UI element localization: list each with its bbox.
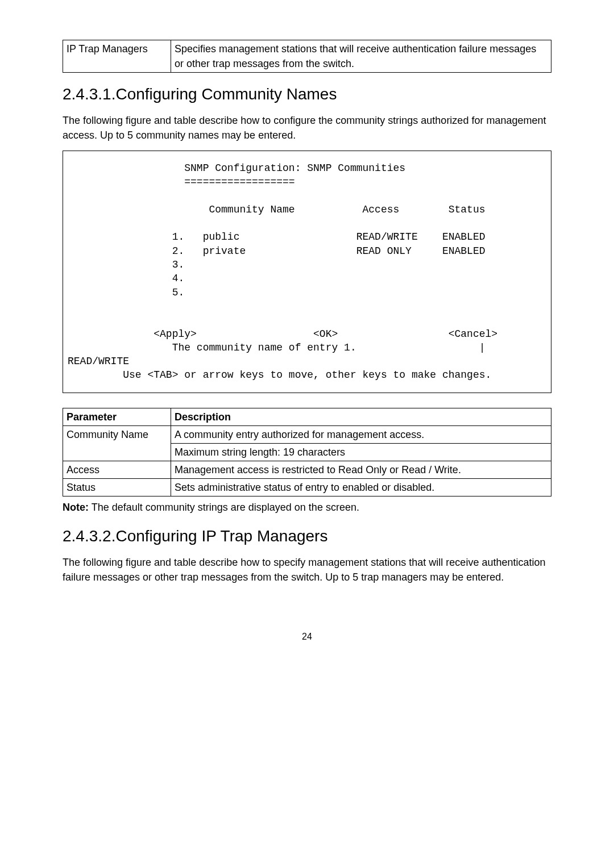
header-description: Description (171, 408, 551, 425)
section-intro-paragraph: The following figure and table describe … (63, 113, 551, 143)
console-output-text: SNMP Configuration: SNMP Communities ===… (68, 161, 546, 382)
header-parameter: Parameter (63, 408, 171, 425)
table-header-row: Parameter Description (63, 408, 551, 425)
parameter-table: Parameter Description Community Name A c… (63, 408, 551, 496)
cell-param: Status (63, 479, 171, 496)
cell-param: Community Name (63, 425, 171, 461)
note-line: Note: The default community strings are … (63, 500, 551, 515)
cell-desc: A community entry authorized for managem… (171, 425, 551, 443)
section-heading-community-names: 2.4.3.1.Configuring Community Names (63, 83, 551, 106)
cell-desc: Sets administrative status of entry to e… (171, 479, 551, 496)
section-intro-paragraph: The following figure and table describe … (63, 555, 551, 585)
cell-param: IP Trap Managers (63, 40, 171, 73)
table-row: Access Management access is restricted t… (63, 461, 551, 479)
section-heading-ip-trap-managers: 2.4.3.2.Configuring IP Trap Managers (63, 525, 551, 548)
cell-desc: Management access is restricted to Read … (171, 461, 551, 479)
page-number: 24 (63, 630, 551, 643)
cell-desc: Maximum string length: 19 characters (171, 443, 551, 461)
console-output-box: SNMP Configuration: SNMP Communities ===… (63, 151, 551, 393)
table-row: Community Name A community entry authori… (63, 425, 551, 443)
note-text: The default community strings are displa… (89, 502, 359, 513)
note-label: Note: (63, 502, 89, 513)
table-row: Status Sets administrative status of ent… (63, 479, 551, 496)
table-row: IP Trap Managers Specifies management st… (63, 40, 551, 73)
top-continuation-table: IP Trap Managers Specifies management st… (63, 40, 551, 73)
cell-param: Access (63, 461, 171, 479)
cell-desc: Specifies management stations that will … (171, 40, 551, 73)
